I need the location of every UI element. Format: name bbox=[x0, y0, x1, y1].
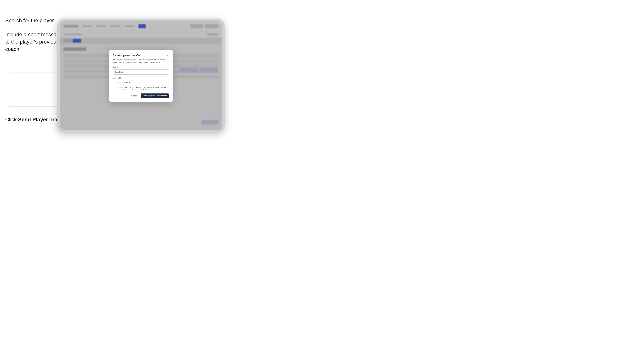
player-transfer-modal: Request player transfer × If the player … bbox=[109, 50, 173, 102]
modal-description: If the player is transferring from anoth… bbox=[113, 59, 169, 64]
annotation-message-text: Include a short message to the player's … bbox=[5, 31, 62, 53]
tablet-screen: Request player transfer × If the player … bbox=[60, 21, 222, 130]
player-label: Player bbox=[113, 66, 169, 68]
modal-overlay: Request player transfer × If the player … bbox=[60, 21, 222, 130]
cancel-button[interactable]: Cancel bbox=[130, 94, 139, 98]
message-label: Message bbox=[113, 77, 169, 79]
player-input[interactable] bbox=[113, 69, 169, 75]
send-transfer-request-button[interactable]: Send Player Transfer Request bbox=[140, 93, 169, 98]
message-textarea[interactable]: Hi Coach McHarg, Please accept this tran… bbox=[113, 80, 169, 90]
modal-footer: Cancel Send Player Transfer Request bbox=[113, 93, 169, 98]
modal-title: Request player transfer bbox=[113, 54, 140, 57]
modal-close-button[interactable]: × bbox=[166, 53, 169, 57]
tablet-device: Request player transfer × If the player … bbox=[57, 19, 225, 133]
annotation-search-text: Search for the player. bbox=[5, 17, 55, 24]
modal-header: Request player transfer × bbox=[113, 53, 169, 57]
